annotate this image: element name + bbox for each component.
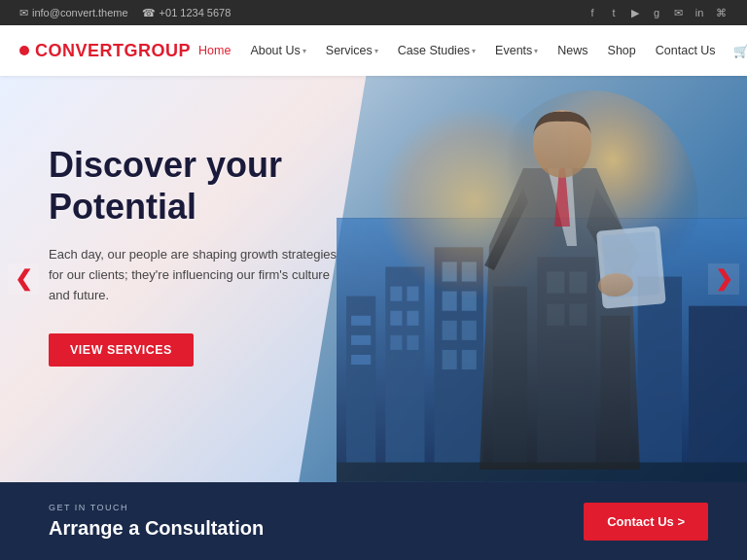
svg-rect-7 (390, 287, 402, 301)
phone-text: +01 1234 5678 (160, 7, 231, 18)
cart-button[interactable]: 🛒 0 (728, 38, 747, 64)
hero-title: Discover your Potential (49, 144, 350, 228)
facebook-icon[interactable]: f (586, 6, 599, 19)
nav-item-contact[interactable]: Contact Us (648, 38, 724, 63)
rss-icon[interactable]: ⌘ (714, 6, 728, 19)
nav-item-case-studies[interactable]: Case Studies ▾ (390, 38, 483, 63)
logo[interactable]: CONVERTGROUP (19, 41, 191, 61)
hero-description: Each day, our people are shaping growth … (49, 245, 350, 305)
svg-rect-3 (351, 316, 371, 326)
cart-icon-symbol: 🛒 (733, 44, 747, 58)
phone-icon: ☎ (142, 7, 156, 19)
hero-section: Discover your Potential Each day, our pe… (0, 76, 747, 482)
svg-rect-9 (390, 311, 402, 326)
chevron-down-icon: ▾ (534, 47, 538, 55)
phone-info: ☎ +01 1234 5678 (142, 7, 231, 19)
logo-dot (19, 46, 29, 55)
logo-prefix: CONVERT (35, 41, 124, 60)
svg-rect-12 (407, 335, 418, 350)
view-services-button[interactable]: View Services (49, 333, 194, 367)
social-links: f t ▶ g ✉ in ⌘ (586, 6, 728, 19)
topbar-contact: ✉ info@convert.theme ☎ +01 1234 5678 (19, 7, 231, 19)
cta-bar: GET IN TOUCH Arrange a Consultation Cont… (0, 482, 747, 560)
slider-prev-button[interactable]: ❮ (8, 263, 39, 295)
nav-item-shop[interactable]: Shop (600, 38, 644, 63)
chevron-down-icon: ▾ (472, 47, 476, 55)
email-text: info@convert.theme (32, 7, 128, 18)
svg-rect-5 (351, 355, 371, 365)
nav-menu: Home About Us ▾ Services ▾ Case Studies … (191, 38, 747, 64)
navbar: CONVERTGROUP Home About Us ▾ Services ▾ … (0, 25, 747, 76)
cta-title: Arrange a Consultation (49, 517, 264, 540)
email-info: ✉ info@convert.theme (19, 7, 128, 19)
svg-rect-4 (351, 335, 371, 345)
topbar: ✉ info@convert.theme ☎ +01 1234 5678 f t… (0, 0, 747, 25)
nav-item-about[interactable]: About Us ▾ (242, 38, 313, 63)
youtube-icon[interactable]: ▶ (628, 6, 642, 19)
googleplus-icon[interactable]: g (650, 6, 663, 19)
nav-item-services[interactable]: Services ▾ (318, 38, 386, 63)
nav-item-home[interactable]: Home (191, 38, 238, 63)
email-icon: ✉ (19, 7, 28, 19)
contact-us-button[interactable]: Contact Us > (584, 503, 708, 541)
svg-rect-11 (390, 335, 402, 350)
hero-content: Discover your Potential Each day, our pe… (49, 144, 350, 367)
cta-label: GET IN TOUCH (49, 503, 264, 512)
nav-item-events[interactable]: Events ▾ (487, 38, 546, 63)
slider-next-button[interactable]: ❯ (708, 263, 739, 295)
chevron-down-icon: ▾ (374, 47, 378, 55)
cta-text: GET IN TOUCH Arrange a Consultation (49, 503, 264, 540)
twitter-icon[interactable]: t (607, 6, 621, 19)
svg-rect-10 (407, 311, 418, 326)
svg-rect-8 (407, 287, 418, 301)
chevron-down-icon: ▾ (302, 47, 306, 55)
hero-person (426, 90, 698, 470)
logo-text: CONVERTGROUP (35, 41, 191, 61)
linkedin-icon[interactable]: in (693, 6, 706, 19)
nav-item-news[interactable]: News (550, 38, 595, 63)
email-social-icon[interactable]: ✉ (671, 6, 685, 19)
